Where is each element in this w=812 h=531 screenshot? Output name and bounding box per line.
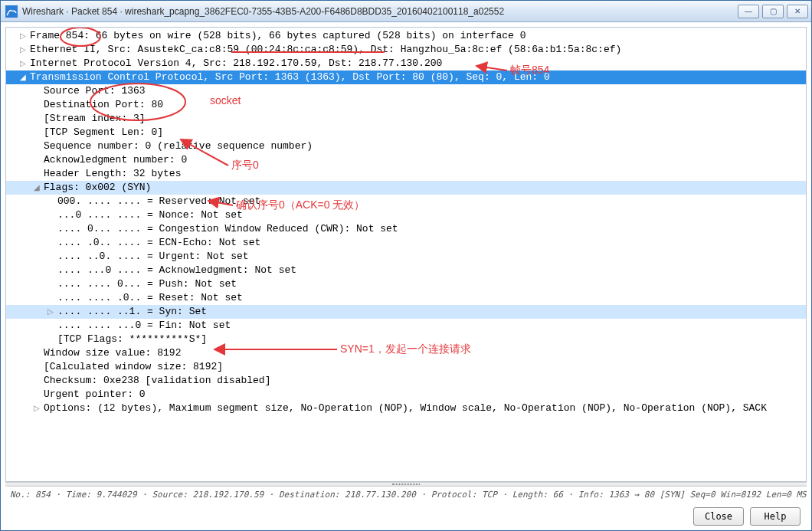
tree-row-text: .... .... 0... = Push: Not set: [57, 277, 237, 291]
tree-row[interactable]: [Stream index: 3]: [6, 112, 806, 126]
tree-row-text: Transmission Control Protocol, Src Port:…: [30, 70, 550, 84]
minimize-button[interactable]: —: [738, 5, 759, 18]
tree-row[interactable]: [TCP Segment Len: 0]: [6, 126, 806, 139]
tree-row-text: Checksum: 0xe238 [validation disabled]: [44, 374, 270, 388]
tree-row-text: .... .0.. .... = ECN-Echo: Not set: [57, 236, 260, 250]
tree-row-text: .... .... ..1. = Syn: Set: [57, 305, 207, 319]
spacer-icon: [32, 128, 41, 137]
tree-row[interactable]: 000. .... .... = Reserved: Not set: [6, 195, 806, 208]
tree-row[interactable]: Checksum: 0xe238 [validation disabled]: [6, 374, 806, 388]
tree-row-text: .... .... .0.. = Reset: Not set: [57, 291, 243, 305]
tree-row[interactable]: Acknowledgment number: 0: [6, 153, 806, 167]
spacer-icon: [32, 100, 41, 110]
spacer-icon: [46, 225, 55, 234]
tree-row-text: .... ...0 .... = Acknowledgment: Not set: [57, 264, 296, 277]
tree-row[interactable]: [TCP Flags: **********S*]: [6, 333, 806, 346]
tree-row[interactable]: .... ...0 .... = Acknowledgment: Not set: [6, 264, 806, 277]
packet-tree[interactable]: 帧号854 socket 序号0 确认序号0（ACK=0 无效） SYN=1，发…: [5, 27, 807, 482]
tree-row-text: Window size value: 8192: [44, 346, 181, 360]
tree-row[interactable]: .... .0.. .... = ECN-Echo: Not set: [6, 236, 806, 250]
spacer-icon: [32, 114, 41, 123]
expand-icon[interactable]: ▷: [18, 59, 28, 68]
tree-row[interactable]: ▷Options: (12 bytes), Maximum segment si…: [6, 402, 806, 415]
close-button[interactable]: Close: [693, 507, 744, 526]
collapse-icon[interactable]: ◢: [32, 183, 41, 192]
tree-row[interactable]: .... 0... .... = Congestion Window Reduc…: [6, 222, 806, 236]
spacer-icon: [32, 87, 41, 96]
tree-row[interactable]: Source Port: 1363: [6, 84, 806, 98]
expand-icon[interactable]: ▷: [18, 45, 28, 54]
tree-row-text: .... ..0. .... = Urgent: Not set: [57, 250, 249, 264]
spacer-icon: [46, 321, 55, 330]
tree-row[interactable]: ▷.... .... ..1. = Syn: Set: [6, 305, 806, 319]
tree-row[interactable]: .... .... ...0 = Fin: Not set: [6, 319, 806, 333]
tree-row-text: Internet Protocol Version 4, Src: 218.19…: [30, 57, 442, 70]
spacer-icon: [46, 252, 55, 261]
tree-row[interactable]: .... .... 0... = Push: Not set: [6, 277, 806, 291]
tree-row-text: Header Length: 32 bytes: [44, 167, 181, 181]
spacer-icon: [32, 156, 41, 165]
spacer-icon: [46, 280, 55, 289]
tree-row[interactable]: ◢Flags: 0x002 (SYN): [6, 181, 806, 195]
tree-row[interactable]: ▷Internet Protocol Version 4, Src: 218.1…: [6, 57, 806, 70]
tree-row-text: [Stream index: 3]: [44, 112, 146, 126]
expand-icon[interactable]: ▷: [18, 31, 28, 41]
button-bar: Close Help: [5, 503, 807, 531]
tree-row[interactable]: Header Length: 32 bytes: [6, 167, 806, 181]
tree-row-text: [TCP Flags: **********S*]: [57, 333, 207, 346]
tree-row[interactable]: Destination Port: 80: [6, 98, 806, 112]
content-area: 帧号854 socket 序号0 确认序号0（ACK=0 无效） SYN=1，发…: [1, 22, 811, 531]
spacer-icon: [46, 266, 55, 275]
tree-row[interactable]: ▷Ethernet II, Src: AsustekC_ca:c8:59 (00…: [6, 43, 806, 57]
status-bar: No.: 854 · Time: 9.744029 · Source: 218.…: [5, 487, 807, 503]
tree-row[interactable]: .... .... .0.. = Reset: Not set: [6, 291, 806, 305]
tree-row-text: Options: (12 bytes), Maximum segment siz…: [44, 402, 767, 415]
spacer-icon: [32, 376, 41, 385]
tree-row-text: [Calculated window size: 8192]: [44, 360, 223, 374]
expand-icon[interactable]: ▷: [32, 404, 41, 413]
tree-row[interactable]: Sequence number: 0 (relative sequence nu…: [6, 139, 806, 153]
spacer-icon: [46, 238, 55, 247]
titlebar: Wireshark · Packet 854 · wireshark_pcapn…: [1, 1, 811, 22]
tree-row-text: ...0 .... .... = Nonce: Not set: [57, 208, 243, 222]
tree-row[interactable]: ▷Frame 854: 66 bytes on wire (528 bits),…: [6, 29, 806, 43]
maximize-button[interactable]: ▢: [762, 5, 784, 18]
tree-row-text: Sequence number: 0 (relative sequence nu…: [44, 139, 313, 153]
tree-row[interactable]: Urgent pointer: 0: [6, 388, 806, 402]
spacer-icon: [46, 197, 55, 206]
tree-row[interactable]: ...0 .... .... = Nonce: Not set: [6, 208, 806, 222]
tree-row-text: Destination Port: 80: [44, 98, 163, 112]
tree-row-text: .... .... ...0 = Fin: Not set: [57, 319, 231, 333]
tree-row-text: Ethernet II, Src: AsustekC_ca:c8:59 (00:…: [30, 43, 621, 57]
spacer-icon: [32, 390, 41, 399]
window-title: Wireshark · Packet 854 · wireshark_pcapn…: [22, 6, 504, 17]
help-button[interactable]: Help: [750, 507, 801, 526]
tree-row[interactable]: .... ..0. .... = Urgent: Not set: [6, 250, 806, 264]
window-controls: — ▢ ✕: [738, 5, 808, 18]
tree-row-text: [TCP Segment Len: 0]: [44, 126, 163, 139]
spacer-icon: [46, 293, 55, 303]
spacer-icon: [32, 362, 41, 372]
tree-row[interactable]: Window size value: 8192: [6, 346, 806, 360]
tree-row-text: Acknowledgment number: 0: [44, 153, 187, 167]
wireshark-icon: [5, 5, 18, 18]
spacer-icon: [32, 349, 41, 358]
tree-row-text: 000. .... .... = Reserved: Not set: [57, 195, 260, 208]
tree-row-text: Flags: 0x002 (SYN): [44, 181, 151, 195]
expand-icon[interactable]: ▷: [46, 307, 55, 316]
spacer-icon: [46, 211, 55, 220]
tree-row[interactable]: [Calculated window size: 8192]: [6, 360, 806, 374]
spacer-icon: [46, 335, 55, 344]
collapse-icon[interactable]: ◢: [18, 73, 28, 82]
tree-row-text: .... 0... .... = Congestion Window Reduc…: [57, 222, 398, 236]
spacer-icon: [32, 169, 41, 179]
tree-row[interactable]: ◢Transmission Control Protocol, Src Port…: [6, 70, 806, 84]
close-window-button[interactable]: ✕: [787, 5, 808, 18]
tree-row-text: Frame 854: 66 bytes on wire (528 bits), …: [30, 29, 526, 43]
spacer-icon: [32, 142, 41, 151]
tree-row-text: Urgent pointer: 0: [44, 388, 146, 402]
tree-row-text: Source Port: 1363: [44, 84, 146, 98]
